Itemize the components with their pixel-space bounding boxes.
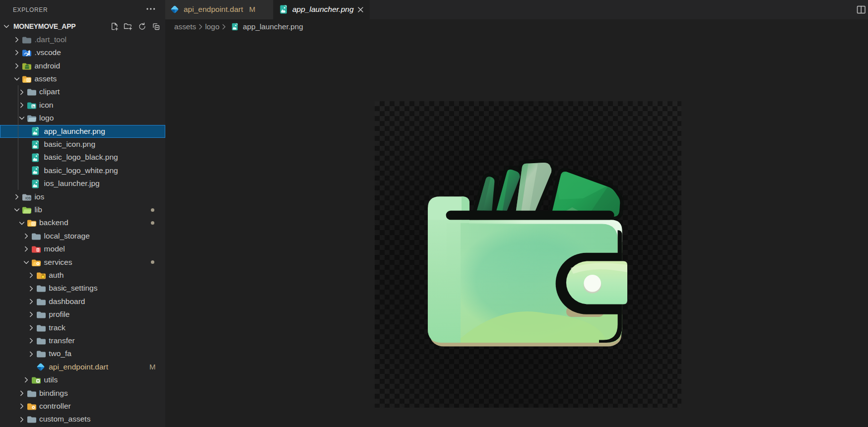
- svg-text:iOS: iOS: [25, 196, 31, 200]
